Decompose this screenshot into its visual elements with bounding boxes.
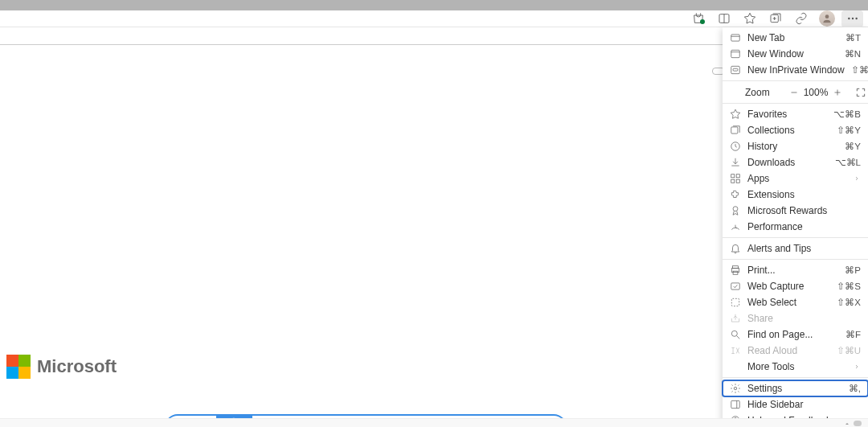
menu-print[interactable]: Print... ⌘P xyxy=(723,262,868,278)
svg-rect-9 xyxy=(731,35,740,41)
microsoft-logo-icon xyxy=(6,355,31,379)
svg-rect-29 xyxy=(731,298,739,306)
browser-toolbar xyxy=(0,10,868,27)
svg-point-24 xyxy=(733,207,738,211)
share-link-icon[interactable] xyxy=(790,10,812,27)
history-icon xyxy=(730,141,741,152)
menu-rewards[interactable]: Microsoft Rewards xyxy=(723,203,868,219)
fullscreen-button[interactable] xyxy=(855,85,866,100)
menu-share: Share xyxy=(723,310,868,326)
collections-icon[interactable] xyxy=(764,10,786,27)
menu-shortcut: ⌘N xyxy=(845,48,861,60)
svg-rect-20 xyxy=(731,174,735,178)
menu-label: Microsoft Rewards xyxy=(747,205,861,216)
menu-favorites[interactable]: Favorites ⌥⌘B xyxy=(723,106,868,122)
svg-rect-27 xyxy=(733,271,738,274)
menu-new-tab[interactable]: New Tab ⌘T xyxy=(723,30,868,46)
menu-label: New Window xyxy=(747,48,838,60)
menu-separator xyxy=(723,259,868,260)
menu-apps[interactable]: Apps xyxy=(723,170,868,187)
blank-icon xyxy=(730,361,741,372)
menu-extensions[interactable]: Extensions xyxy=(723,187,868,203)
extensions-icon xyxy=(730,189,741,200)
menu-label: Print... xyxy=(747,265,838,276)
menu-zoom: Zoom 100% xyxy=(723,84,868,101)
scroll-arrow-icon[interactable] xyxy=(843,419,851,427)
zoom-out-button[interactable] xyxy=(789,86,799,99)
menu-shortcut: ⇧⌘N xyxy=(851,64,868,76)
menu-label: Share xyxy=(747,313,861,324)
menu-shortcut: ⌘, xyxy=(849,383,861,394)
menu-hide-sidebar[interactable]: Hide Sidebar xyxy=(723,396,868,413)
more-menu-button[interactable] xyxy=(841,10,863,27)
menu-new-window[interactable]: New Window ⌘N xyxy=(723,46,868,62)
read-aloud-icon xyxy=(730,345,741,356)
performance-icon xyxy=(730,221,741,232)
menu-label: Favorites xyxy=(747,109,827,120)
menu-label: New Tab xyxy=(747,32,839,43)
zoom-value: 100% xyxy=(804,87,829,98)
menu-shortcut: ⌘Y xyxy=(845,141,861,152)
microsoft-logo-text: Microsoft xyxy=(37,356,117,377)
bell-icon xyxy=(730,243,741,254)
menu-collections[interactable]: Collections ⇧⌘Y xyxy=(723,122,868,138)
select-icon xyxy=(730,297,741,308)
menu-shortcut: ⇧⌘Y xyxy=(837,125,861,136)
menu-shortcut: ⌘P xyxy=(845,265,861,276)
menu-find[interactable]: Find on Page... ⌘F xyxy=(723,326,868,343)
menu-label: Web Select xyxy=(747,297,830,308)
menu-separator xyxy=(723,80,868,81)
menu-shortcut: ⌥⌘B xyxy=(833,109,861,120)
star-icon xyxy=(730,109,741,120)
chevron-right-icon xyxy=(853,175,861,182)
menu-alerts[interactable]: Alerts and Tips xyxy=(723,240,868,257)
chevron-right-icon xyxy=(853,363,861,370)
menu-shortcut: ⇧⌘U xyxy=(837,345,861,356)
menu-new-inprivate[interactable]: New InPrivate Window ⇧⌘N xyxy=(723,62,868,78)
menu-label: Hide Sidebar xyxy=(747,399,861,410)
profile-avatar[interactable] xyxy=(816,10,837,27)
menu-web-select[interactable]: Web Select ⇧⌘X xyxy=(723,294,868,310)
menu-downloads[interactable]: Downloads ⌥⌘L xyxy=(723,154,868,170)
menu-label: Apps xyxy=(747,173,846,184)
download-icon xyxy=(730,157,741,168)
split-screen-icon[interactable] xyxy=(713,10,735,27)
tab-icon xyxy=(730,32,741,43)
menu-history[interactable]: History ⌘Y xyxy=(723,138,868,154)
window-icon xyxy=(730,48,741,60)
svg-rect-22 xyxy=(731,179,735,183)
svg-point-8 xyxy=(855,18,857,19)
svg-rect-25 xyxy=(733,266,739,269)
svg-rect-14 xyxy=(733,68,738,71)
svg-rect-23 xyxy=(736,179,739,183)
svg-line-31 xyxy=(737,336,740,339)
search-icon xyxy=(730,329,741,340)
favorites-star-icon[interactable] xyxy=(739,10,760,27)
microsoft-logo[interactable]: Microsoft xyxy=(6,355,117,379)
menu-performance[interactable]: Performance xyxy=(723,219,868,235)
menu-label: Find on Page... xyxy=(747,329,839,340)
menu-settings[interactable]: Settings ⌘, xyxy=(723,380,868,396)
svg-rect-28 xyxy=(731,283,740,289)
scrollbar-thumb[interactable] xyxy=(854,421,862,426)
horizontal-scrollbar[interactable] xyxy=(0,418,868,427)
menu-label: Settings xyxy=(747,383,842,394)
settings-menu: New Tab ⌘T New Window ⌘N New InPrivate W… xyxy=(723,27,868,427)
menu-label: New InPrivate Window xyxy=(747,64,845,76)
menu-shortcut: ⌘T xyxy=(845,32,861,43)
menu-read-aloud: Read Aloud ⇧⌘U xyxy=(723,343,868,359)
menu-label: Extensions xyxy=(747,189,861,200)
shopping-icon[interactable] xyxy=(687,10,709,27)
menu-label: Collections xyxy=(747,125,830,136)
menu-web-capture[interactable]: Web Capture ⇧⌘S xyxy=(723,278,868,294)
inprivate-icon xyxy=(730,64,741,76)
menu-more-tools[interactable]: More Tools xyxy=(723,359,868,375)
print-icon xyxy=(730,265,741,276)
svg-point-6 xyxy=(848,18,850,19)
menu-label: Web Capture xyxy=(747,281,830,292)
zoom-in-button[interactable] xyxy=(833,86,842,99)
rewards-icon xyxy=(730,205,741,216)
menu-separator xyxy=(723,103,868,104)
menu-label: Alerts and Tips xyxy=(747,243,861,254)
svg-rect-11 xyxy=(731,50,740,57)
